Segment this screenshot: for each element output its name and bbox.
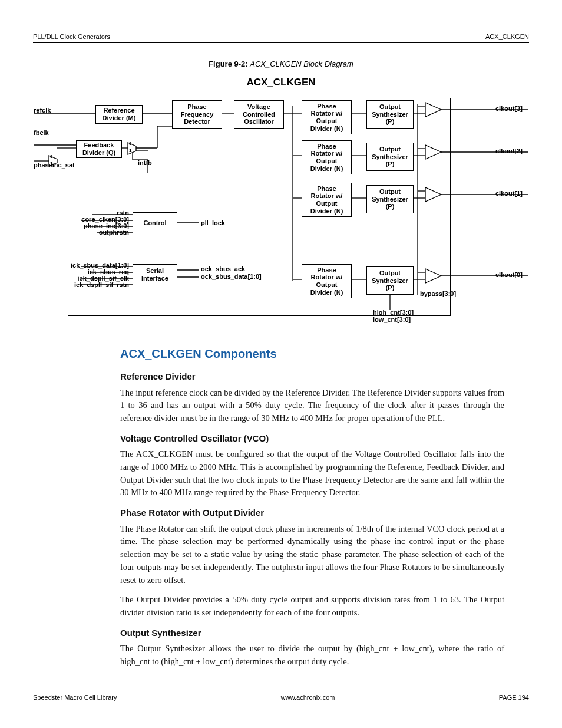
label-clkout1: clkout[1] [495,190,523,197]
label-mux0-b: 0 [129,141,131,147]
figure-label: Figure 9-2: [209,60,247,68]
figure-caption: Figure 9-2: ACX_CLKGEN Block Diagram [33,60,529,68]
label-clkout3: clkout[3] [495,105,523,112]
block-phase-rotator-1: PhaseRotator w/OutputDivider (N) [302,183,352,217]
label-ock-sbus-ack: ock_sbus_ack [201,265,245,272]
block-reference-divider: ReferenceDivider (M) [95,105,143,124]
block-pfd: PhaseFrequencyDetector [172,100,222,129]
heading-output-synth: Output Synthesizer [120,627,504,639]
block-output-synth-3: OutputSynthesizer(P) [366,100,414,129]
para-phase-rotator-1: The Phase Rotator can shift the output c… [120,523,504,587]
page-footer: Speedster Macro Cell Library www.achroni… [33,691,529,701]
page-header: PLL/DLL Clock Generators ACX_CLKGEN [33,33,529,43]
block-serial-interface: SerialInterface [133,264,177,285]
label-mux1-b: 1 [129,149,131,154]
footer-center: www.achronix.com [281,694,335,701]
diagram-title: ACX_CLKGEN [33,77,529,88]
label-mux1-a: 1 [50,161,52,166]
label-mux0-a: 0 [50,154,52,160]
block-feedback-divider: FeedbackDivider (Q) [76,140,122,158]
label-outphrstn: outphrstn [99,229,129,236]
svg-marker-51 [425,187,441,202]
label-low-cnt: low_cnt[3:0] [373,316,411,323]
content: ACX_CLKGEN Components Reference Divider … [33,345,529,668]
label-refclk: refclk [34,107,51,114]
label-phaseinc-sat: phaseinc_sat [34,162,75,169]
label-pll-lock: pll_lock [201,219,225,226]
section-heading: ACX_CLKGEN Components [120,345,504,362]
label-ock-sbus-data: ock_sbus_data[1:0] [201,273,262,280]
block-output-synth-1: OutputSynthesizer(P) [366,185,414,213]
figure-title: ACX_CLKGEN Block Diagram [250,60,353,68]
label-high-cnt: high_cnt[3:0] [373,309,414,316]
header-left: PLL/DLL Clock Generators [33,33,110,40]
para-phase-rotator-2: The Output Divider provides a 50% duty c… [120,594,504,620]
heading-vco: Voltage Controlled Oscillator (VCO) [120,432,504,444]
heading-phase-rotator: Phase Rotator with Output Divider [120,506,504,519]
block-diagram: ReferenceDivider (M) PhaseFrequencyDetec… [34,92,528,332]
para-reference-divider: The input reference clock can be divided… [120,387,504,425]
block-phase-rotator-3: PhaseRotator w/OutputDivider (N) [302,100,352,134]
label-fbclk: fbclk [34,129,49,136]
svg-marker-50 [425,145,441,159]
svg-marker-52 [425,269,441,283]
label-clkout2: clkout[2] [495,147,523,154]
block-vco: VoltageControlledOscillator [234,100,284,129]
header-right: ACX_CLKGEN [485,33,529,40]
footer-right: PAGE 194 [499,694,529,701]
label-clkout0: clkout[0] [495,271,523,278]
label-intfb: intfb [138,159,152,166]
svg-marker-49 [425,103,441,117]
heading-reference-divider: Reference Divider [120,370,504,383]
block-phase-rotator-2: PhaseRotator w/OutputDivider (N) [302,140,352,174]
block-output-synth-0: OutputSynthesizer(P) [366,266,414,295]
label-bypass: bypass[3:0] [420,290,456,297]
block-phase-rotator-0: PhaseRotator w/OutputDivider (N) [302,264,352,298]
label-ick-dspll-sif-rstn: ick_dspll_sif_rstn [74,281,129,288]
para-vco: The ACX_CLKGEN must be configured so tha… [120,448,504,499]
block-control: Control [133,212,177,233]
para-output-synth: The Output Synthesizer allows the user t… [120,643,504,668]
footer-left: Speedster Macro Cell Library [33,694,117,701]
block-output-synth-2: OutputSynthesizer(P) [366,143,414,171]
